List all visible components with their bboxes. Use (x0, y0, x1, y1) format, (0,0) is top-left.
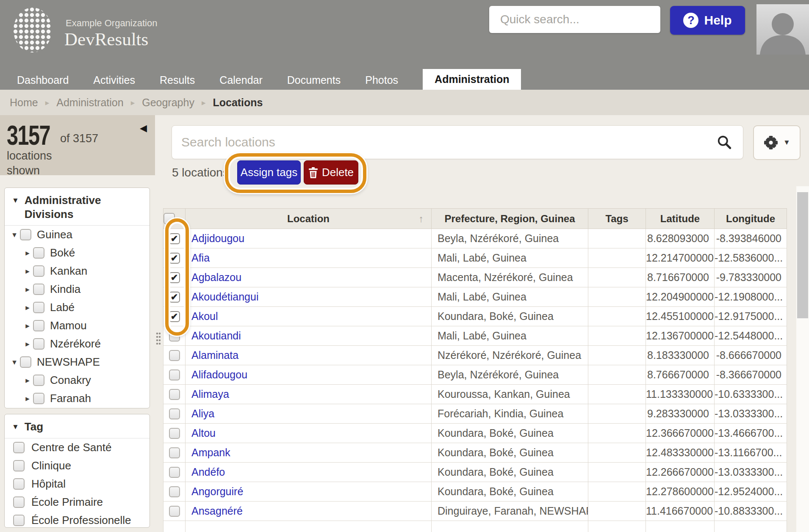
sidebar-resize-grip[interactable] (156, 332, 161, 345)
row-checkbox[interactable]: ✔ (169, 311, 180, 322)
locations-search-input[interactable] (172, 135, 717, 149)
column-header-prefecture[interactable]: Prefecture, Region, Guinea (432, 209, 588, 229)
table-settings-button[interactable]: ▼ (753, 125, 801, 160)
row-checkbox[interactable]: ✔ (169, 292, 180, 303)
column-header-tags[interactable]: Tags (588, 209, 646, 229)
scrollbar-track[interactable] (796, 186, 809, 532)
tab-photos[interactable]: Photos (365, 70, 398, 90)
breadcrumb-link[interactable]: Administration (56, 96, 123, 109)
location-link[interactable]: Andéfo (186, 466, 225, 478)
location-link[interactable]: Alifadougou (186, 369, 247, 380)
tag-item-label[interactable]: École Professionelle (31, 514, 131, 527)
location-link[interactable]: Ansagnéré (186, 505, 243, 517)
location-link[interactable]: Aliya (186, 408, 214, 419)
tree-item-label[interactable]: Conakry (50, 374, 91, 387)
caret-right-icon[interactable]: ▸ (22, 375, 33, 385)
tree-item-label[interactable]: Mamou (50, 319, 87, 332)
location-link[interactable]: Akoudétiangui (186, 291, 258, 303)
tag-item-label[interactable]: Hôpital (31, 477, 66, 491)
caret-right-icon[interactable]: ▸ (22, 266, 33, 276)
row-checkbox[interactable] (169, 428, 180, 439)
tree-checkbox[interactable] (33, 302, 44, 313)
tag-checkbox[interactable] (13, 442, 25, 453)
avatar[interactable] (756, 4, 809, 55)
caret-right-icon[interactable]: ▸ (22, 339, 33, 349)
tab-dashboard[interactable]: Dashboard (17, 70, 69, 90)
tree-checkbox[interactable] (33, 338, 44, 350)
location-link[interactable]: Akoutiandi (186, 330, 241, 342)
location-link[interactable]: Adjidougou (186, 232, 244, 244)
tree-checkbox[interactable] (33, 375, 44, 386)
location-link[interactable]: Alaminata (186, 349, 238, 361)
location-link[interactable]: Afia (186, 252, 210, 264)
tree-item-label[interactable]: NEWSHAPE (37, 356, 100, 369)
search-icon[interactable] (717, 135, 732, 150)
column-header-location[interactable]: Location ↑ (186, 209, 432, 229)
tree-item-label[interactable]: Faranah (50, 392, 91, 405)
tab-calendar[interactable]: Calendar (219, 70, 262, 90)
breadcrumb-link[interactable]: Geography (142, 96, 194, 109)
tree-checkbox[interactable] (20, 229, 31, 240)
scrollbar-thumb[interactable] (797, 192, 808, 318)
tree-item-label[interactable]: Nzérékoré (50, 337, 101, 350)
caret-right-icon[interactable]: ▸ (22, 394, 33, 403)
help-button[interactable]: ? Help (670, 6, 745, 35)
delete-button[interactable]: Delete (304, 160, 358, 185)
location-link[interactable]: Ampank (186, 447, 230, 458)
tag-checkbox[interactable] (13, 460, 25, 471)
tab-documents[interactable]: Documents (287, 70, 341, 90)
tree-checkbox[interactable] (33, 393, 44, 404)
tag-checkbox[interactable] (13, 478, 25, 490)
tree-item-label[interactable]: Kindia (50, 283, 80, 296)
tree-checkbox[interactable] (33, 284, 44, 295)
row-checkbox[interactable]: ✔ (169, 253, 180, 264)
location-link[interactable]: Alimaya (186, 388, 229, 400)
tag-checkbox[interactable] (13, 515, 25, 526)
divisions-panel-header[interactable]: ▼ Administrative Divisions (5, 188, 150, 226)
caret-down-icon[interactable]: ▾ (9, 230, 20, 240)
tree-checkbox[interactable] (33, 265, 44, 277)
tree-item-label[interactable]: Labé (50, 301, 75, 314)
row-checkbox[interactable] (169, 369, 180, 380)
column-header-latitude[interactable]: Latitude (646, 209, 715, 229)
location-link[interactable]: Altou (186, 427, 216, 439)
tag-item-label[interactable]: École Primaire (31, 496, 103, 509)
location-link[interactable]: Angorguiré (186, 485, 243, 497)
tree-item-label[interactable]: Boké (50, 246, 75, 259)
tag-panel-header[interactable]: ▼ Tag (5, 414, 150, 438)
location-link[interactable]: Agbalazou (186, 271, 241, 283)
caret-right-icon[interactable]: ▸ (22, 321, 33, 331)
breadcrumb-link[interactable]: Home (10, 96, 38, 109)
tag-checkbox[interactable] (13, 496, 25, 508)
tab-results[interactable]: Results (160, 70, 195, 90)
tree-item-label[interactable]: Guinea (37, 228, 72, 241)
tab-activities[interactable]: Activities (93, 70, 135, 90)
row-checkbox[interactable]: ✔ (169, 272, 180, 283)
tree-checkbox[interactable] (33, 247, 44, 259)
row-checkbox[interactable] (169, 486, 180, 497)
quick-search-input[interactable] (489, 13, 657, 26)
row-checkbox[interactable] (169, 389, 180, 400)
row-checkbox[interactable] (169, 331, 180, 342)
tree-checkbox[interactable] (33, 320, 44, 331)
caret-right-icon[interactable]: ▸ (22, 303, 33, 312)
tab-administration[interactable]: Administration (423, 69, 521, 90)
tag-item-label[interactable]: Centre de Santé (31, 441, 111, 454)
tag-item-label[interactable]: Clinique (31, 459, 71, 472)
row-checkbox[interactable] (169, 350, 180, 361)
row-checkbox[interactable]: ✔ (169, 233, 180, 244)
collapse-sidebar-icon[interactable]: ◀ (140, 123, 147, 134)
row-checkbox[interactable] (169, 506, 180, 517)
tree-item-label[interactable]: Kankan (50, 265, 87, 278)
row-checkbox[interactable] (169, 467, 180, 478)
caret-right-icon[interactable]: ▸ (22, 248, 33, 258)
caret-down-icon[interactable]: ▾ (9, 357, 20, 367)
row-checkbox[interactable] (169, 447, 180, 458)
location-link[interactable]: Akoul (186, 310, 218, 322)
assign-tags-button[interactable]: Assign tags (237, 160, 301, 185)
select-all-checkbox[interactable] (163, 213, 175, 224)
tree-checkbox[interactable] (20, 356, 31, 368)
caret-right-icon[interactable]: ▸ (22, 284, 33, 294)
column-header-longitude[interactable]: Longitude (715, 209, 787, 229)
row-checkbox[interactable] (169, 408, 180, 419)
